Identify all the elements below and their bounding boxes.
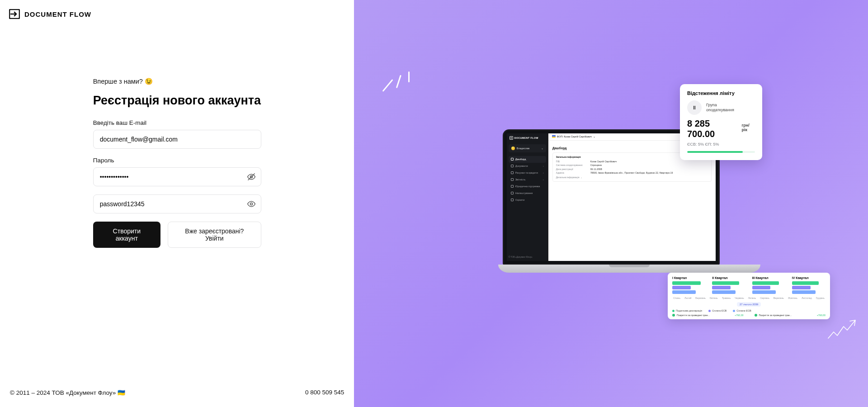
password-confirm-input[interactable] [93,194,261,213]
logo-text: DOCUMENT FLOW [24,10,91,18]
q4-label: IV Квартал [792,276,826,279]
preview-user: Владислав⌄ [509,144,546,152]
date-chip: 27 лютого 2039 [737,302,761,307]
password-input[interactable] [93,167,261,186]
app-logo: DOCUMENT FLOW [9,9,345,19]
trend-zigzag-icon [827,318,859,341]
eye-icon[interactable] [247,199,256,208]
password-label: Пароль [93,157,261,164]
tax-group-badge: II [687,100,702,115]
chart-legend: Податкова декларація Сплата ЄСВ Сплата Є… [672,309,826,312]
limit-progress [687,151,755,153]
form-title: Реєстрація нового аккаунта [93,94,261,108]
q3-label: III Квартал [752,276,786,279]
already-registered-button[interactable]: Вже зареєстровані? Увійти [168,222,261,248]
footer-copyright: © 2011 – 2024 ТОВ «Документ Флоу» 🇺🇦 [10,389,125,396]
q1-label: I Квартал [672,276,706,279]
quarters-strip: I Квартал II Квартал III Квартал IV Квар… [668,273,830,319]
svg-point-3 [250,203,252,205]
limit-unit: грн/рік [742,123,755,132]
limit-taxes: ЄСВ: 5% ЄП: 5% [687,142,755,147]
limit-amount: 8 285 700.00 [687,118,740,139]
eye-off-icon[interactable] [247,172,256,181]
limit-title: Відстеження ліміту [687,90,755,96]
limit-card: Відстеження ліміту II Група оподаткуванн… [680,84,762,160]
preview-logo: DOCUMENT FLOW [507,133,548,144]
months-row: СіченьЛютий БерезеньКвітень ТравеньЧерве… [672,297,826,299]
tax-group-label: Група оподаткування [706,103,734,113]
email-label: Введіть ваш E-mail [93,119,261,126]
q2-label: II Квартал [712,276,745,279]
footer-phone: 0 800 509 545 [305,389,344,396]
marketing-preview: Відстеження ліміту II Група оподаткуванн… [354,0,868,407]
email-input[interactable] [93,130,261,149]
form-subtitle: Вперше з нами? 😉 [93,78,261,85]
logo-icon [9,9,20,19]
create-account-button[interactable]: Створити аккаунт [93,222,160,248]
